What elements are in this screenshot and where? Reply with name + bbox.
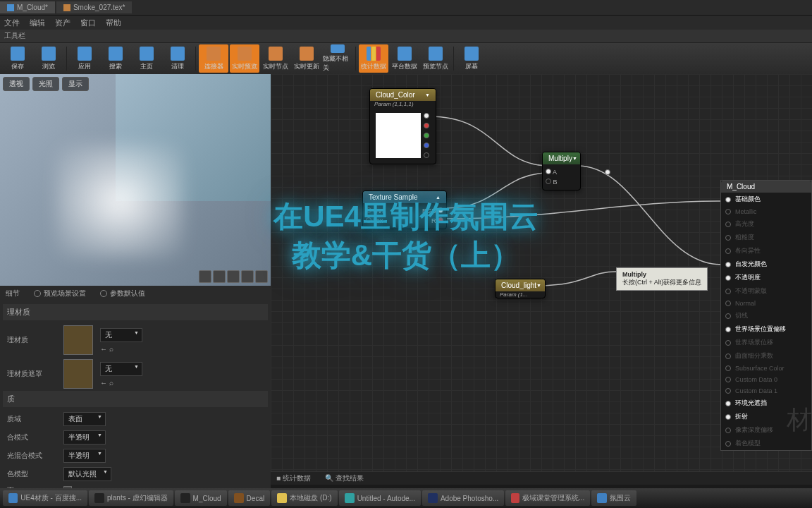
tool-实时更新[interactable]: 实时更新 [292,44,321,73]
pin-a[interactable] [546,169,551,174]
viewport-shape-sphere[interactable] [213,270,226,283]
pin-uvs[interactable] [366,207,371,213]
pin-不透明度[interactable]: 不透明度 [721,271,811,284]
pin-rgb-out[interactable] [438,207,443,213]
tool-应用[interactable]: 应用 [70,44,99,73]
section-quality[interactable]: 质 [3,391,268,407]
search-icon [100,290,107,297]
details-panel: 理材质 理材质无← ⌕理材质遮罩无← ⌕ 质 质域表面合模式半透明光混合模式半透… [0,301,271,504]
pin-r[interactable] [424,123,429,128]
pin-不透明蒙版[interactable]: 不透明蒙版 [721,284,811,298]
dropdown-光混合模式[interactable]: 半透明 [63,449,106,463]
thumbnail[interactable] [63,359,93,389]
task-氛围云[interactable]: 氛围云 [591,490,636,506]
toolbar: 保存浏览应用搜索主页清理连接器实时预览实时节点实时更新隐藏不相关统计数据平台数据… [0,43,812,74]
stats-tab-data[interactable]: ■ 统计数据 [276,473,311,483]
pin-Metallic[interactable]: Metallic [721,206,811,217]
task-plants - 虚幻编辑器[interactable]: plants - 虚幻编辑器 [89,490,173,506]
pin-着色模型[interactable]: 着色模型 [721,437,811,450]
material-graph[interactable]: Cloud_Color ▼ Param (1,1,1,1) Texture Sa… [271,74,812,504]
menu-help[interactable]: 帮助 [106,18,121,28]
tool-隐藏不相关[interactable]: 隐藏不相关 [323,44,352,73]
tool-清理[interactable]: 清理 [163,44,192,73]
menu-asset[interactable]: 资产 [55,18,70,28]
pin-切线[interactable]: 切线 [721,309,811,322]
tool-保存[interactable]: 保存 [3,44,32,73]
pin-曲面细分乘数[interactable]: 曲面细分乘数 [721,349,811,363]
tab-details[interactable]: 细节 [6,289,20,298]
pin-世界场景位移[interactable]: 世界场景位移 [721,336,811,349]
material-icon [7,4,14,11]
tool-实时节点[interactable]: 实时节点 [261,44,290,73]
dropdown-质域[interactable]: 表面 [63,412,106,426]
node-cloud-color[interactable]: Cloud_Color ▼ Param (1,1,1,1) [369,88,436,164]
pin-Custom Data 1[interactable]: Custom Data 1 [721,385,811,397]
document-tabs: M_Cloud* Smoke_027.tex* [0,0,812,16]
task-M_Cloud[interactable]: M_Cloud [175,490,227,506]
pin-高光度[interactable]: 高光度 [721,217,811,231]
menu-window[interactable]: 窗口 [80,18,96,28]
viewport-lit[interactable]: 光照 [32,77,59,91]
tab-preview-scene[interactable]: 预览场景设置 [34,289,86,298]
texture-icon [63,4,70,11]
stats-tab-find[interactable]: 🔍 查找结果 [325,473,364,483]
details-tabs: 细节 预览场景设置 参数默认值 [0,286,271,301]
menubar: 文件 编辑 资产 窗口 帮助 [0,16,812,30]
node-texture-sample[interactable]: Texture Sample ▲ UVs RGB Tex R [362,190,447,229]
pin-g[interactable] [424,133,429,138]
task-UE4材质 - 百度搜...[interactable]: UE4材质 - 百度搜... [3,490,87,506]
toolbar-label: 工具栏 [0,30,812,43]
tool-连接器[interactable]: 连接器 [199,44,228,73]
tool-搜索[interactable]: 搜索 [101,44,130,73]
viewport-shape-plane[interactable] [227,270,240,283]
dropdown-色模型[interactable]: 默认光照 [63,467,111,481]
pin-粗糙度[interactable]: 粗糙度 [721,231,811,244]
node-multiply[interactable]: Multiply ▼ A B [542,152,581,190]
tool-实时预览[interactable]: 实时预览 [230,44,259,73]
task-Adobe Photosho...[interactable]: Adobe Photosho... [422,490,504,506]
pin-基础颜色[interactable]: 基础颜色 [721,193,811,206]
dropdown-合模式[interactable]: 半透明 [63,430,106,445]
tool-屏幕[interactable]: 屏幕 [457,44,486,73]
thumbnail[interactable] [63,325,93,355]
search-icon [34,290,41,297]
viewport-shape-custom[interactable] [255,270,268,283]
material-viewport[interactable]: 透视 光照 显示 [0,74,271,286]
tool-平台数据[interactable]: 平台数据 [390,44,419,73]
pin-out[interactable] [605,169,610,175]
dropdown-理材质[interactable]: 无 [100,328,142,342]
menu-file[interactable]: 文件 [4,18,20,28]
task-Untitled - Autode...[interactable]: Untitled - Autode... [339,490,421,506]
pin-tex[interactable] [366,217,371,223]
viewport-shape-cube[interactable] [241,270,254,283]
pin-Normal[interactable]: Normal [721,298,811,309]
viewport-show[interactable]: 显示 [62,77,89,91]
pin-Custom Data 0[interactable]: Custom Data 0 [721,374,811,385]
pin-a[interactable] [424,152,429,158]
task-极域课堂管理系统...[interactable]: 极域课堂管理系统... [505,490,590,506]
tab-mcloud[interactable]: M_Cloud* [0,1,55,13]
menu-edit[interactable]: 编辑 [30,18,45,28]
tab-smoke[interactable]: Smoke_027.tex* [56,1,132,13]
node-cloud-light[interactable]: Cloud_light ▼ Param (1... [495,279,546,298]
viewport-shape-cylinder[interactable] [199,270,211,283]
task-Decal[interactable]: Decal [228,490,271,506]
taskbar: UE4材质 - 百度搜...plants - 虚幻编辑器M_CloudDecal… [0,488,812,508]
pin-r-out[interactable] [438,217,443,223]
pin-rgb[interactable] [424,113,429,119]
tool-统计数据[interactable]: 统计数据 [359,44,388,73]
pin-Subsurface Color[interactable]: Subsurface Color [721,363,811,374]
pin-各向异性[interactable]: 各向异性 [721,244,811,258]
dropdown-理材质遮罩[interactable]: 无 [100,362,142,376]
tool-主页[interactable]: 主页 [132,44,161,73]
task-本地磁盘 (D:)[interactable]: 本地磁盘 (D:) [271,490,337,506]
tab-param-defaults[interactable]: 参数默认值 [100,289,145,298]
tool-浏览[interactable]: 浏览 [34,44,63,73]
pin-自发光颜色[interactable]: 自发光颜色 [721,258,811,271]
section-material[interactable]: 理材质 [3,304,268,320]
tool-预览节点[interactable]: 预览节点 [421,44,450,73]
pin-世界场景位置偏移[interactable]: 世界场景位置偏移 [721,322,811,336]
viewport-perspective[interactable]: 透视 [3,77,30,91]
pin-b[interactable] [546,179,551,184]
pin-b[interactable] [424,143,429,148]
